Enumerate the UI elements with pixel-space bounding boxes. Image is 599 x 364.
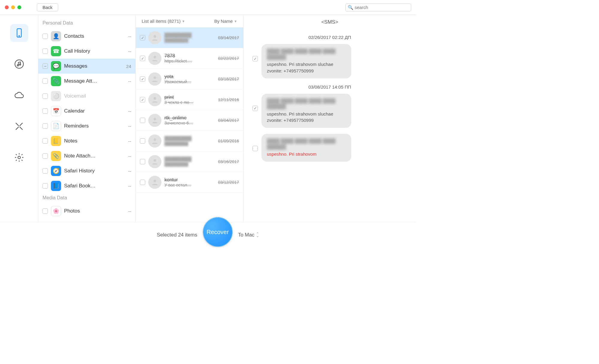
minimize-window-button[interactable] (11, 5, 15, 9)
thread-date: 03/12/2017 (218, 180, 239, 185)
search-input[interactable] (345, 4, 411, 11)
recover-button[interactable]: Recover (203, 217, 233, 247)
close-window-button[interactable] (5, 5, 9, 9)
svg-point-10 (154, 118, 156, 120)
thread-row[interactable]: konturУ вас остал…03/12/2017 (136, 172, 243, 193)
recover-target-dropdown[interactable]: To Mac ⌃⌄ (238, 232, 259, 238)
thread-row[interactable]: ████████████████01/09/2016 (136, 131, 243, 151)
svg-point-12 (154, 159, 156, 162)
category-photos[interactable]: 🌸Photos-- (38, 204, 135, 219)
conversation-title: <SMS> (252, 18, 407, 31)
message-checkbox[interactable] (252, 56, 258, 61)
message-row: ████ ████ ████ ████ ████ ██████uspeshno.… (252, 44, 407, 78)
message-checkbox[interactable] (252, 106, 258, 111)
thread-date: 12/11/2016 (218, 97, 239, 102)
thread-preview: ████████ (164, 38, 215, 43)
svg-point-6 (154, 35, 156, 38)
category-label: Calendar (64, 108, 125, 114)
category-label: Reminders (64, 123, 125, 129)
category-checkbox[interactable] (43, 208, 48, 214)
fullscreen-window-button[interactable] (17, 5, 21, 9)
category-label: Messages (64, 63, 123, 69)
thread-preview: https://ticket.… (164, 59, 215, 63)
sort-dropdown[interactable]: By Name ▼ (214, 19, 237, 24)
avatar (148, 134, 161, 148)
category-checkbox[interactable] (43, 183, 48, 189)
thread-checkbox[interactable] (140, 56, 145, 61)
rail-icloud[interactable] (10, 86, 28, 104)
thread-info: yotaУважаемый… (164, 74, 215, 84)
thread-header: List all items (8271) ▼ By Name ▼ (136, 15, 243, 28)
category-message-att[interactable]: 📎Message Att…-- (38, 74, 135, 89)
message-bubble[interactable]: ████ ████ ████ ████ ████ ██████uspeshno.… (261, 134, 351, 162)
category-checkbox[interactable] (43, 138, 48, 144)
section-title: Media Data (38, 193, 135, 204)
category-checkbox[interactable] (43, 93, 48, 99)
thread-row[interactable]: rtk_onlimeЗачислено 6…03/04/2017 (136, 110, 243, 131)
thread-row[interactable]: ████████████████03/16/2017 (136, 151, 243, 172)
thread-row[interactable]: yotaУважаемый…03/18/2017 (136, 69, 243, 90)
phone-icon (14, 28, 24, 38)
message-att-icon: 📎 (51, 76, 61, 86)
category-count: -- (128, 154, 131, 159)
category-voicemail[interactable]: ⚪Voicemail (38, 89, 135, 104)
svg-point-7 (154, 56, 156, 58)
notes-icon: 📒 (51, 136, 61, 146)
thread-row[interactable]: 7878https://ticket.…02/22/2017 (136, 48, 243, 69)
thread-checkbox[interactable] (140, 97, 145, 102)
thread-info: print3 чехла с лю… (164, 95, 215, 105)
rail-tools[interactable] (10, 117, 28, 135)
category-count: -- (128, 183, 131, 189)
thread-checkbox[interactable] (140, 76, 145, 82)
category-count: 24 (126, 64, 131, 69)
message-text: uspeshno. Pri strahovom sluchae zvonite:… (267, 111, 346, 124)
calendar-icon: 📅 (51, 106, 61, 116)
messages-icon: 💬 (51, 61, 61, 71)
contacts-icon: 👤 (51, 31, 61, 41)
thread-checkbox[interactable] (140, 159, 145, 164)
avatar (148, 114, 161, 127)
category-checkbox[interactable] (43, 123, 48, 129)
thread-row[interactable]: print3 чехла с лю…12/11/2016 (136, 90, 243, 110)
category-checkbox[interactable] (43, 78, 48, 84)
thread-checkbox[interactable] (140, 180, 145, 185)
rail-itunes[interactable] (10, 55, 28, 73)
thread-preview: ████████ (164, 141, 215, 146)
thread-checkbox[interactable] (140, 118, 145, 123)
back-button[interactable]: Back (37, 3, 58, 11)
avatar (148, 176, 161, 189)
category-checkbox[interactable] (43, 108, 48, 114)
message-checkbox[interactable] (252, 146, 258, 151)
thread-checkbox[interactable] (140, 138, 145, 144)
category-call-history[interactable]: ☎Call History-- (38, 44, 135, 59)
category-contacts[interactable]: 👤Contacts-- (38, 29, 135, 44)
category-checkbox[interactable] (43, 63, 48, 69)
category-safari-book[interactable]: 📘Safari Book…-- (38, 178, 135, 193)
category-note-att[interactable]: 📎Note Attach…-- (38, 148, 135, 163)
category-notes[interactable]: 📒Notes-- (38, 134, 135, 148)
message-timestamp: 02/26/2017 02:22 ДП (252, 35, 407, 40)
category-checkbox[interactable] (43, 48, 48, 54)
rail-settings[interactable] (10, 148, 28, 166)
category-safari-history[interactable]: 🧭Safari History-- (38, 163, 135, 178)
filter-dropdown[interactable]: List all items (8271) ▼ (142, 19, 185, 24)
thread-name: ████████ (164, 136, 215, 141)
message-bubble[interactable]: ████ ████ ████ ████ ████ ██████uspeshno.… (261, 44, 351, 78)
music-note-icon (14, 59, 24, 69)
category-messages[interactable]: 💬Messages24 (38, 59, 135, 74)
category-checkbox[interactable] (43, 153, 48, 159)
rail-device[interactable] (10, 24, 28, 42)
thread-checkbox[interactable] (140, 35, 145, 40)
message-bubble[interactable]: ████ ████ ████ ████ ████ ██████uspeshno.… (261, 94, 351, 128)
thread-row[interactable]: ████████████████03/14/2017 (136, 28, 243, 48)
category-reminders[interactable]: 📄Reminders-- (38, 119, 135, 134)
category-calendar[interactable]: 📅Calendar-- (38, 104, 135, 119)
category-label: Safari History (64, 168, 125, 174)
window-controls (5, 5, 21, 9)
svg-point-4 (19, 64, 21, 65)
search-wrap: 🔍 (345, 4, 411, 11)
category-checkbox[interactable] (43, 34, 48, 39)
svg-point-13 (154, 180, 156, 182)
category-checkbox[interactable] (43, 168, 48, 174)
message-redacted: ████ ████ ████ ████ ████ ██████ (267, 48, 346, 60)
